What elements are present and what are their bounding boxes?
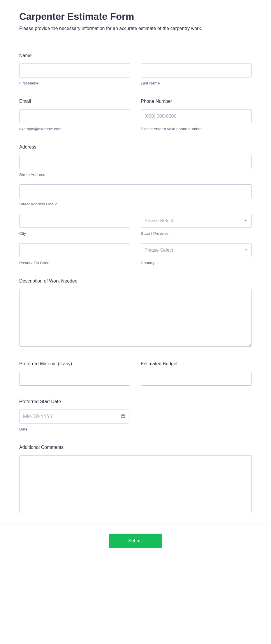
material-label: Preferred Material (if any) [19, 361, 130, 366]
phone-input[interactable] [141, 109, 252, 123]
form-body: Name First Name Last Name Email example@… [0, 41, 271, 525]
street-address-2-sublabel: Street Address Line 2 [19, 202, 252, 206]
street-address-2-input[interactable] [19, 184, 252, 198]
name-group: Name First Name Last Name [19, 53, 252, 85]
last-name-input[interactable] [141, 63, 252, 77]
first-name-sublabel: First Name [19, 81, 130, 85]
country-sublabel: Country [141, 261, 252, 265]
contact-group: Email example@example.com Phone Number P… [19, 99, 252, 131]
email-label: Email [19, 99, 130, 104]
country-select[interactable]: Please Select [141, 243, 252, 257]
budget-label: Estimated Budget [141, 361, 252, 366]
address-group: Address Street Address Street Address Li… [19, 144, 252, 265]
email-input[interactable] [19, 109, 130, 123]
street-address-sublabel: Street Address [19, 172, 252, 177]
phone-label: Phone Number [141, 99, 252, 104]
comments-group: Additional Comments [19, 445, 252, 514]
name-label: Name [19, 53, 252, 58]
email-sublabel: example@example.com [19, 127, 130, 131]
start-date-label: Preferred Start Date [19, 399, 252, 404]
form-title: Carpenter Estimate Form [19, 11, 252, 22]
start-date-group: Preferred Start Date Date [19, 399, 252, 431]
city-input[interactable] [19, 214, 130, 228]
description-textarea[interactable] [19, 289, 252, 347]
form-header: Carpenter Estimate Form Please provide t… [0, 0, 271, 41]
start-date-input[interactable] [19, 410, 129, 424]
description-label: Description of Work Needed [19, 278, 252, 284]
description-group: Description of Work Needed [19, 278, 252, 348]
form-wrapper: Carpenter Estimate Form Please provide t… [0, 0, 271, 562]
postal-code-input[interactable] [19, 243, 130, 257]
state-sublabel: State / Province [141, 231, 252, 236]
form-subtitle: Please provide the necessary information… [19, 25, 252, 32]
street-address-input[interactable] [19, 155, 252, 169]
phone-sublabel: Please enter a valid phone number. [141, 127, 252, 131]
first-name-input[interactable] [19, 63, 130, 77]
state-select[interactable]: Please Select [141, 214, 252, 228]
start-date-sublabel: Date [19, 427, 252, 431]
material-budget-group: Preferred Material (if any) Estimated Bu… [19, 361, 252, 386]
form-footer: Submit [0, 525, 271, 562]
city-sublabel: City [19, 231, 130, 236]
address-label: Address [19, 144, 252, 150]
comments-textarea[interactable] [19, 455, 252, 513]
material-input[interactable] [19, 372, 130, 386]
budget-input[interactable] [141, 372, 252, 386]
postal-code-sublabel: Postal / Zip Code [19, 261, 130, 265]
comments-label: Additional Comments [19, 445, 252, 450]
submit-button[interactable]: Submit [109, 534, 162, 548]
last-name-sublabel: Last Name [141, 81, 252, 85]
